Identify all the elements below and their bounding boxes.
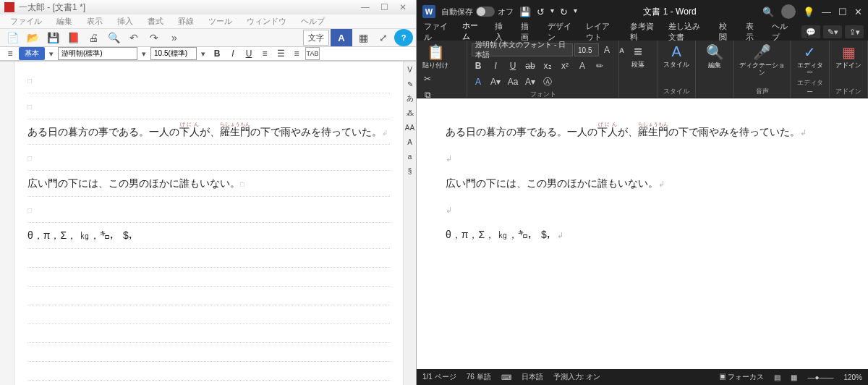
align-left-icon[interactable]: ≡ [258,47,272,60]
text-mode-button[interactable]: 文字 [303,30,329,46]
char-border-icon[interactable]: A▾ [524,75,537,88]
word-count[interactable]: 76 単語 [467,372,491,382]
predictive-input[interactable]: 予測入力: オン [553,372,601,382]
para-mark-icon: □ [27,103,32,111]
redo-icon[interactable]: ↻ [560,7,568,17]
addins-button[interactable]: ▦アドイン [834,43,863,69]
menu-window[interactable]: ウィンドウ [239,14,294,28]
dictation-button[interactable]: 🎤ディクテーション [739,43,786,77]
zoom-slider[interactable]: ―●―― [807,373,833,381]
more-icon[interactable]: » [165,29,184,46]
minimize-button[interactable]: — [357,0,374,14]
font-color-icon[interactable]: A [472,75,485,88]
view-print-icon[interactable]: ▤ [774,373,780,381]
menu-help[interactable]: ヘルプ [294,14,332,28]
close-button[interactable]: ✕ [394,0,412,14]
maximize-button[interactable]: ☐ [375,0,393,14]
strike-button[interactable]: ab [524,59,537,72]
bold-button[interactable]: B [210,47,224,60]
enclose-icon[interactable]: Ⓐ [541,75,554,88]
italic-button[interactable]: I [489,59,502,72]
menu-edit[interactable]: 編集 [49,14,80,28]
font-A-button[interactable]: A [331,29,352,46]
print-icon[interactable]: 🖨 [84,29,103,46]
font-name-combo[interactable]: 游明朝 (本文のフォント - 日本語 [472,43,573,56]
superscript-button[interactable]: x² [558,59,571,72]
subscript-button[interactable]: x₂ [541,59,554,72]
side-icon[interactable]: V [405,64,415,75]
size-dropdown-icon[interactable]: ▾ [198,49,208,59]
comments-button[interactable]: 💬 [801,25,820,38]
share-button[interactable]: ⇪▾ [845,25,864,38]
editing-button[interactable]: 🔍編集 [700,43,729,69]
underline-button[interactable]: U [242,47,256,60]
search-icon[interactable]: 🔍 [762,7,774,17]
align-right-icon[interactable]: ≡ [289,47,304,60]
left-gutter [0,62,14,385]
close-button[interactable]: ✕ [854,7,862,17]
notif-icon[interactable]: 💡 [803,7,814,17]
menu-format[interactable]: 書式 [140,14,171,28]
autosave-toggle[interactable]: 自動保存 オフ [441,7,514,17]
paste-button[interactable]: 📋 貼り付け [421,43,450,69]
font-size-combo[interactable]: 10.5 [574,43,599,56]
focus-mode[interactable]: ▣ フォーカス [719,372,765,382]
clear-format-icon[interactable]: A▾ [489,75,502,88]
side-icon[interactable]: § [405,166,415,176]
menu-insert[interactable]: 挿入 [110,14,140,28]
size-combo[interactable]: 10.5(標準) [150,47,197,60]
tab-button[interactable]: TAB [305,47,320,60]
paragraph-button[interactable]: ≡段落 [624,43,652,69]
redo-icon[interactable]: ↷ [145,29,163,46]
menu-tools[interactable]: ツール [201,14,239,28]
pdf-icon[interactable]: 📕 [64,29,82,46]
maximize-button[interactable]: ☐ [838,7,847,17]
language[interactable]: 日本語 [522,372,543,382]
side-icon[interactable]: A [405,137,415,147]
edit-button[interactable]: ✎▾ [823,25,842,38]
font-dropdown-icon[interactable]: ▾ [139,49,149,59]
align-icon[interactable]: ≡ [3,47,17,60]
help-button[interactable]: ? [394,29,413,46]
menu-view[interactable]: 表示 [80,14,110,28]
expand-icon[interactable]: ⤢ [374,29,393,46]
grid-icon[interactable]: ▦ [354,29,373,46]
document-area[interactable]: ある日の暮方の事である。一人の下人げにんが、羅生門らしょうもんの下で雨やみを待っ… [417,98,868,369]
menu-file[interactable]: ファイル [3,14,49,28]
page-count[interactable]: 1/1 ページ [422,372,456,382]
open-icon[interactable]: 📂 [23,29,42,46]
save-icon[interactable]: 💾 [519,7,531,17]
page[interactable]: □ □ ある日の暮方の事である。一人の下人げにんが、羅生門らしょうもんの下で雨や… [14,62,403,385]
cut-icon[interactable]: ✂ [421,72,434,85]
styles-button[interactable]: Aスタイル [662,43,691,69]
align-center-icon[interactable]: ☰ [273,47,288,60]
italic-button[interactable]: I [226,47,240,60]
side-icon[interactable]: ✎ [405,79,415,89]
undo-icon[interactable]: ↶ [124,29,143,46]
new-doc-icon[interactable]: 📄 [3,29,22,46]
bold-button[interactable]: B [472,59,485,72]
side-icon[interactable]: あ [405,93,415,103]
account-icon[interactable] [781,4,796,19]
style-dropdown-icon[interactable]: ▾ [46,49,56,59]
side-icon[interactable]: ⁂ [405,108,415,118]
text-effects-icon[interactable]: A [576,59,589,72]
highlight-icon[interactable]: ✏ [593,59,606,72]
preview-icon[interactable]: 🔍 [104,29,123,46]
editor-button[interactable]: ✓エディター [795,43,825,77]
side-icon[interactable]: a [405,151,415,161]
zoom-level[interactable]: 120% [843,373,862,381]
change-case-icon[interactable]: Aa [506,75,519,88]
grow-font-icon[interactable]: A [600,43,613,56]
underline-button[interactable]: U [506,59,519,72]
minimize-button[interactable]: — [822,7,831,17]
side-icon[interactable]: AA [405,122,415,132]
font-combo[interactable]: 游明朝(標準) [58,47,137,60]
menu-rule[interactable]: 罫線 [171,14,201,28]
save-icon[interactable]: 💾 [43,29,62,46]
undo-icon[interactable]: ↺ [537,7,545,17]
side-toolbar: V ✎ あ ⁂ AA A a § [403,62,416,385]
view-web-icon[interactable]: ▦ [791,373,797,381]
style-pill[interactable]: 基本 [19,47,45,60]
lang-icon[interactable]: ⌨ [501,373,511,381]
